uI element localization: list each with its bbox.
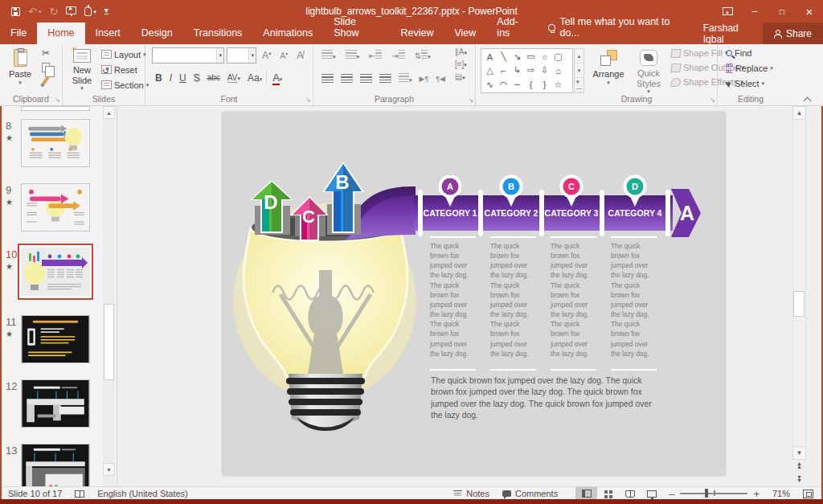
zoom-slider-thumb[interactable] <box>705 489 709 498</box>
category-1-label[interactable]: CATEGORY 1 <box>424 208 477 218</box>
scroll-up-icon[interactable]: ▲ <box>792 106 806 120</box>
animation-star-icon[interactable]: ★ <box>6 262 13 271</box>
tab-transitions[interactable]: Transitions <box>183 23 253 44</box>
clipboard-dialog-launcher-icon[interactable]: ↘ <box>55 96 60 104</box>
shape-rounded-rectangle-icon[interactable]: ▢ <box>551 51 565 64</box>
shape-arc-icon[interactable]: ◠ <box>497 78 510 91</box>
thumbnail-slide-12[interactable] <box>21 379 90 428</box>
line-spacing-icon[interactable]: ⇅▾ <box>415 50 431 60</box>
comments-button[interactable]: Comments <box>496 489 564 498</box>
text-direction-ltr-icon[interactable]: ¶◀ <box>436 75 445 83</box>
cut-icon[interactable]: ✂ <box>42 47 50 59</box>
panel-scroll-up-icon[interactable]: ▲ <box>103 106 115 119</box>
proofing-icon[interactable] <box>68 490 91 498</box>
animation-star-icon[interactable]: ★ <box>6 198 13 207</box>
new-slide-button[interactable]: New Slide ▾ <box>64 45 100 95</box>
tab-animations[interactable]: Animations <box>252 23 323 44</box>
category-3-text[interactable]: The quick brown fox jumped over the lazy… <box>551 241 596 359</box>
shape-right-brace-icon[interactable]: } <box>538 78 551 91</box>
reading-view-button[interactable] <box>619 487 641 501</box>
align-center-icon[interactable] <box>341 74 353 83</box>
close-icon[interactable]: × <box>796 0 823 23</box>
shape-left-brace-icon[interactable]: { <box>524 78 538 91</box>
thumbnail-slide-11[interactable] <box>21 315 90 363</box>
tab-file[interactable]: File <box>0 23 37 44</box>
zoom-out-icon[interactable]: – <box>669 489 674 499</box>
save-icon[interactable] <box>11 7 20 16</box>
quick-styles-button[interactable]: Quick Styles ▾ <box>630 46 667 96</box>
slide-footer-paragraph[interactable]: The quick brown fox jumped over the lazy… <box>431 375 665 422</box>
select-button[interactable]: Select▾ <box>726 79 773 88</box>
scroll-thumb[interactable] <box>793 291 805 317</box>
shape-line-arrow-icon[interactable]: ↘ <box>510 51 524 64</box>
tell-me-box[interactable]: Tell me what you want to do... <box>538 11 690 44</box>
increase-indent-icon[interactable]: ⇥ <box>391 50 404 60</box>
slide-sorter-view-button[interactable] <box>597 487 619 501</box>
panel-scroll-down-icon[interactable]: ▼ <box>103 463 115 476</box>
language-indicator[interactable]: English (United States) <box>91 489 194 498</box>
italic-button[interactable]: I <box>166 72 175 84</box>
bold-button[interactable]: B <box>152 72 166 84</box>
increase-font-size-icon[interactable]: A▴ <box>259 49 275 62</box>
reset-button[interactable]: ↺Reset <box>101 62 149 77</box>
tab-design[interactable]: Design <box>131 23 183 44</box>
normal-view-button[interactable] <box>575 487 597 501</box>
convert-to-smartart-icon[interactable]: ▤▾ <box>455 72 467 81</box>
category-4-label[interactable]: CATEGORY 4 <box>608 208 662 218</box>
find-button[interactable]: Find <box>726 48 773 58</box>
paragraph-dialog-launcher-icon[interactable]: ↘ <box>468 96 473 104</box>
arrange-button[interactable]: Arrange ▾ <box>588 46 629 96</box>
thumbnail-slide-9[interactable] <box>21 183 90 232</box>
font-size-combo[interactable]: ▾ <box>227 47 256 64</box>
collapse-ribbon-icon[interactable] <box>804 97 812 102</box>
shapes-scroll-down-icon[interactable]: ▾ <box>575 64 583 78</box>
previous-slide-icon[interactable]: ▲▲ <box>792 461 806 472</box>
align-right-icon[interactable] <box>360 74 372 83</box>
category-1-text[interactable]: The quick brown fox jumped over the lazy… <box>430 241 476 359</box>
tab-insert[interactable]: Insert <box>85 23 131 44</box>
animation-star-icon[interactable]: ★ <box>6 330 13 338</box>
underline-button[interactable]: U <box>176 72 190 84</box>
redo-icon[interactable]: ↻ <box>49 6 58 17</box>
decrease-indent-icon[interactable]: ⇤ <box>369 50 382 60</box>
share-button[interactable]: Share <box>763 23 823 44</box>
category-2-text[interactable]: The quick brown fox jumped over the lazy… <box>490 241 536 359</box>
shapes-more-icon[interactable]: ▾— <box>575 78 583 92</box>
copy-icon[interactable] <box>42 63 50 72</box>
tab-review[interactable]: Review <box>390 23 444 44</box>
maximize-icon[interactable]: □ <box>768 0 796 23</box>
customize-qat-icon[interactable]: ▾ <box>104 8 109 14</box>
font-color-button[interactable]: A▾ <box>266 71 285 84</box>
character-spacing-button[interactable]: AV▾ <box>224 72 244 83</box>
shape-pentagon-icon[interactable]: ⌂ <box>551 64 565 77</box>
shape-elbow-connector-icon[interactable]: ⌐ <box>497 64 510 77</box>
tab-home[interactable]: Home <box>37 23 84 44</box>
slideshow-view-button[interactable] <box>641 487 662 501</box>
zoom-level[interactable]: 71% <box>766 489 796 498</box>
text-direction-rtl-icon[interactable]: ▶¶ <box>420 75 429 83</box>
font-name-input[interactable] <box>153 48 216 63</box>
strikethrough-button[interactable]: abc <box>204 72 223 83</box>
start-slideshow-icon[interactable] <box>66 8 76 14</box>
font-dialog-launcher-icon[interactable]: ↘ <box>305 96 311 104</box>
paste-button[interactable]: Paste ▾ <box>2 45 38 95</box>
format-painter-icon[interactable] <box>43 76 50 84</box>
panel-scroll-thumb[interactable] <box>104 304 114 380</box>
replace-button[interactable]: abacReplace▾ <box>726 62 773 75</box>
category-2-label[interactable]: CATEGORY 2 <box>485 208 538 218</box>
change-case-button[interactable]: Aa▾ <box>244 72 265 84</box>
category-3-label[interactable]: CATEGORY 3 <box>545 208 599 218</box>
align-text-icon[interactable]: ⦋≡⦌▾ <box>455 59 467 69</box>
fit-slide-to-window-icon[interactable] <box>796 490 823 498</box>
shape-elbow-arrow-connector-icon[interactable]: ↳ <box>510 64 524 77</box>
shape-rectangle-icon[interactable]: ▭ <box>524 51 538 64</box>
touch-mouse-mode-icon[interactable]: ▾ <box>84 6 96 16</box>
shape-freeform-icon[interactable]: ∿ <box>483 78 497 91</box>
category-4-text[interactable]: The quick brown fox jumped over the lazy… <box>611 241 657 359</box>
current-slide[interactable]: A D <box>223 113 725 475</box>
drawing-dialog-launcher-icon[interactable]: ↘ <box>710 96 715 104</box>
panel-scrollbar[interactable]: ▲ ▼ <box>103 106 115 486</box>
thumbnail-slide-8[interactable] <box>21 119 90 167</box>
shape-text-box-icon[interactable]: A <box>483 51 497 64</box>
shape-line-icon[interactable]: ╲ <box>497 51 510 64</box>
